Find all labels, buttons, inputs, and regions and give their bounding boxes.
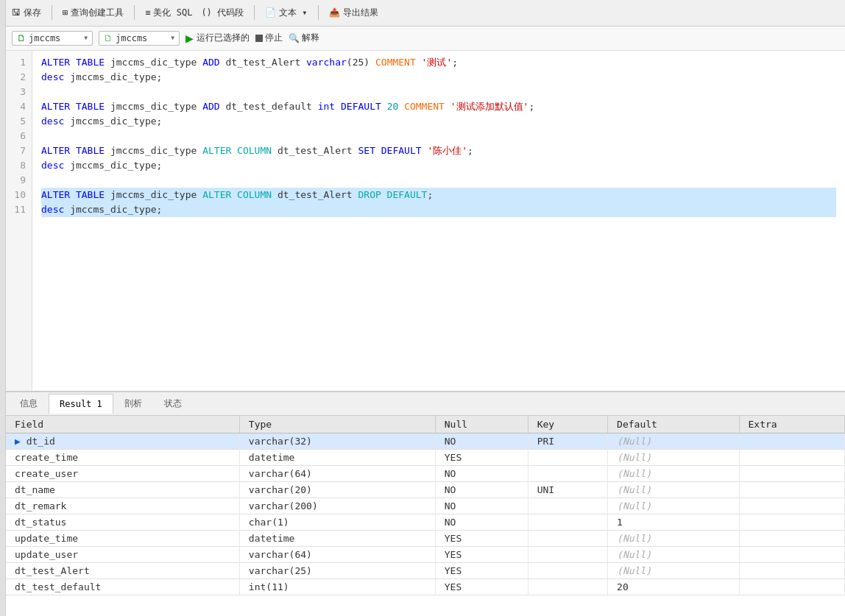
table-row[interactable]: dt_test_defaultint(11)YES20 [6,578,845,595]
cell-extra [739,465,844,481]
cell-key [528,578,607,595]
table-header-row: Field Type Null Key Default Extra [6,416,845,433]
table-row[interactable]: update_uservarchar(64)YES(Null) [6,546,845,562]
toolbar-separator-1 [52,5,52,20]
cell-null: NO [435,498,528,514]
export-label: 导出结果 [343,7,378,19]
col-null: Null [435,416,528,433]
table-row[interactable]: dt_test_Alertvarchar(25)YES(Null) [6,562,845,578]
cell-type: varchar(200) [239,498,435,514]
tab-profiling[interactable]: 剖析 [113,392,153,414]
db1-chevron-icon: ▼ [84,35,88,41]
cell-key: PRI [528,433,607,449]
table-row[interactable]: dt_namevarchar(20)NOUNI(Null) [6,481,845,498]
cell-extra [739,449,844,465]
result-table-wrap: Field Type Null Key Default Extra ▶ dt_i… [6,416,845,616]
beautify-icon: ≡ [145,7,150,18]
cell-type: varchar(25) [239,562,435,578]
cell-field: update_user [6,546,239,562]
stop-icon [255,35,263,42]
export-icon: 📤 [329,7,340,18]
toolbar-separator-4 [318,5,319,20]
code-editor[interactable]: ALTER TABLE jmccms_dic_type ADD dt_test_… [32,51,845,391]
stop-button[interactable]: 停止 [255,32,283,44]
code-snippet-label: () 代码段 [201,7,244,19]
beautify-sql-button[interactable]: ≡ 美化 SQL [145,7,192,19]
cell-field: dt_remark [6,498,239,514]
cell-extra [739,530,844,546]
db2-chevron-icon: ▼ [171,35,174,41]
cell-default: (Null) [608,498,739,514]
cell-type: datetime [239,449,435,465]
run-button[interactable]: ▶ 运行已选择的 [185,32,250,44]
cell-null: NO [435,433,528,449]
table-row[interactable]: create_timedatetimeYES(Null) [6,449,845,465]
col-extra: Extra [739,416,844,433]
text-button[interactable]: 📄 文本 ▾ [265,7,307,19]
col-type: Type [239,416,435,433]
tab-status[interactable]: 状态 [153,392,193,414]
tab-result1[interactable]: Result 1 [49,394,113,414]
db-selector-1[interactable]: 🗋 jmccms ▼ [12,31,93,46]
result-tabs: 信息 Result 1 剖析 状态 [6,392,845,416]
toolbar: 🖫 保存 ⊞ 查询创建工具 ≡ 美化 SQL () 代码段 📄 文本 ▾ [6,0,845,26]
cell-null: YES [435,562,528,578]
table-row[interactable]: update_timedatetimeYES(Null) [6,530,845,546]
query-builder-button[interactable]: ⊞ 查询创建工具 [63,7,124,19]
table-row[interactable]: dt_remarkvarchar(200)NO(Null) [6,498,845,514]
table-row[interactable]: create_uservarchar(64)NO(Null) [6,465,845,481]
code-snippet-button[interactable]: () 代码段 [201,7,244,19]
text-icon: 📄 [265,7,276,18]
tab-info[interactable]: 信息 [9,392,49,414]
cell-key [528,546,607,562]
stop-label: 停止 [265,32,283,44]
cell-null: YES [435,449,528,465]
cell-key [528,514,607,530]
db2-icon: 🗋 [104,33,113,43]
cell-type: varchar(64) [239,465,435,481]
cell-field: dt_test_Alert [6,562,239,578]
cell-default: (Null) [608,433,739,449]
cell-field: create_user [6,465,239,481]
table-row[interactable]: ▶ dt_idvarchar(32)NOPRI(Null) [6,433,845,449]
cell-key [528,530,607,546]
table-row[interactable]: dt_statuschar(1)NO1 [6,514,845,530]
cell-field: dt_status [6,514,239,530]
db2-label: jmccms [116,33,147,43]
toolbar-separator-2 [134,5,135,20]
query-builder-label: 查询创建工具 [71,7,124,19]
save-icon: 🖫 [12,7,21,18]
explain-icon: 🔍 [289,33,300,43]
cell-key [528,465,607,481]
left-sidebar [0,0,6,616]
explain-label: 解释 [302,32,319,44]
db1-label: jmccms [29,33,60,43]
save-button[interactable]: 🖫 保存 [12,7,41,19]
cell-default: (Null) [608,449,739,465]
db1-icon: 🗋 [17,33,26,43]
cell-field: update_time [6,530,239,546]
cell-type: varchar(20) [239,481,435,498]
cell-null: NO [435,481,528,498]
query-builder-icon: ⊞ [63,7,68,18]
cell-extra [739,433,844,449]
cell-field: ▶ dt_id [6,433,239,449]
toolbar-separator-3 [254,5,255,20]
db-selector-2[interactable]: 🗋 jmccms ▼ [99,31,180,46]
cell-default: 1 [608,514,739,530]
editor-area: 1 2 3 4 5 6 7 8 9 10 11 ALTER TABLE jmcc… [6,51,845,392]
cell-default: (Null) [608,562,739,578]
cell-key: UNI [528,481,607,498]
cell-null: YES [435,578,528,595]
explain-button[interactable]: 🔍 解释 [289,32,319,44]
result-table: Field Type Null Key Default Extra ▶ dt_i… [6,416,845,595]
cell-extra [739,578,844,595]
export-button[interactable]: 📤 导出结果 [329,7,378,19]
cell-extra [739,562,844,578]
result-tbody: ▶ dt_idvarchar(32)NOPRI(Null)create_time… [6,433,845,595]
result-panel: 信息 Result 1 剖析 状态 Field Type Null Key De… [6,392,845,616]
cell-key [528,562,607,578]
cell-type: varchar(32) [239,433,435,449]
col-field: Field [6,416,239,433]
cell-type: int(11) [239,578,435,595]
